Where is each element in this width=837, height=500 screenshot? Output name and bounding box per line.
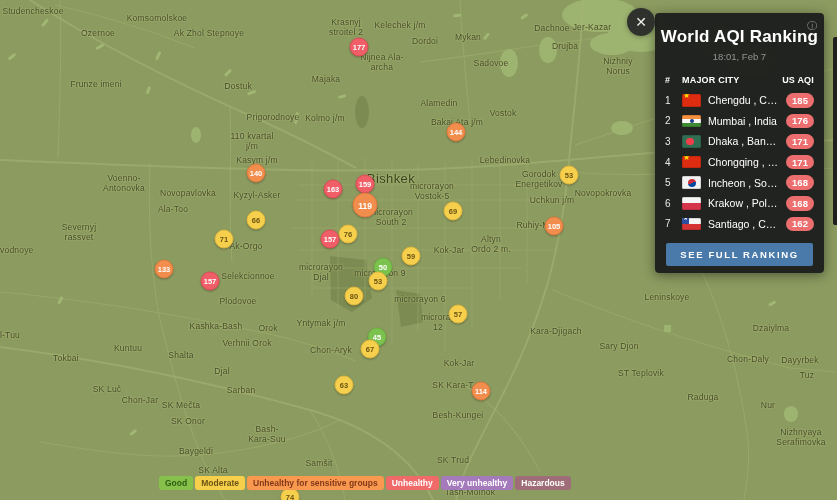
map-place-label: Voenno- Antonovka — [103, 173, 145, 193]
aqi-marker[interactable]: 71 — [215, 230, 234, 249]
map-place-label: Selekcionnoe — [221, 271, 274, 281]
ranking-row-city: Santiago , Chile — [708, 218, 786, 230]
map-place-label: Novopavlovka — [160, 188, 216, 198]
ranking-row-city: Mumbai , India — [708, 115, 786, 127]
map-canvas[interactable]: GoodModerateUnhealthy for sensitive grou… — [0, 0, 837, 500]
ranking-row[interactable]: 1Chengdu , China185 — [655, 90, 824, 111]
map-place-label: 110 kvartal j/m — [230, 131, 273, 151]
ranking-row[interactable]: 3Dhaka , Bangladesh171 — [655, 131, 824, 152]
ranking-row-city: Krakow , Poland — [708, 197, 786, 209]
column-aqi: US AQI — [782, 75, 814, 85]
ranking-row[interactable]: 4Chongqing , China171 — [655, 152, 824, 173]
aqi-marker[interactable]: 144 — [447, 123, 466, 142]
column-city: MAJOR CITY — [682, 75, 782, 85]
map-place-label: Chon-Aryk — [310, 345, 352, 355]
map-place-label: Dzaiylma — [753, 323, 790, 333]
aqi-marker[interactable]: 159 — [356, 175, 375, 194]
aqi-marker[interactable]: 59 — [402, 247, 421, 266]
aqi-badge: 162 — [786, 217, 814, 232]
map-place-label: Mykan — [455, 32, 481, 42]
map-place-label: Ala-Too — [158, 204, 188, 214]
map-place-label: Djal — [214, 366, 229, 376]
map-place-label: Ozernoe — [81, 28, 115, 38]
map-place-label: microrayon Djal — [299, 262, 343, 282]
ranking-row-city: Chongqing , China — [708, 156, 786, 168]
map-place-label: Tokbai — [53, 353, 79, 363]
map-place-label: Nizhniy Norus — [603, 56, 632, 76]
ranking-row[interactable]: 2Mumbai , India176 — [655, 111, 824, 132]
map-place-label: Sary Djon — [599, 341, 638, 351]
world-aqi-ranking-panel: ⓘ World AQI Ranking 18:01, Feb 7 # MAJOR… — [655, 13, 824, 273]
map-place-label: Vostok — [490, 108, 517, 118]
map-place-label: Nijnea Ala- archa — [360, 52, 403, 72]
map-place-label: Besh-Kungei — [433, 410, 484, 420]
info-icon[interactable]: ⓘ — [807, 19, 817, 33]
map-place-label: Nur — [761, 400, 775, 410]
aqi-marker[interactable]: 157 — [321, 230, 340, 249]
map-place-label: Dordoi — [412, 36, 438, 46]
ranking-row-city: Chengdu , China — [708, 94, 786, 106]
aqi-marker[interactable]: 57 — [449, 305, 468, 324]
aqi-marker[interactable]: 157 — [201, 272, 220, 291]
map-place-label: Frunze imeni — [70, 79, 122, 89]
close-icon[interactable]: ✕ — [627, 8, 655, 36]
edge-panel-sliver[interactable] — [833, 37, 837, 225]
map-place-label: Jer-Kazar — [573, 22, 612, 32]
legend-item-unhealthy: Unhealthy — [386, 476, 439, 490]
map-place-label: Raduga — [688, 392, 719, 402]
ranking-row[interactable]: 6Krakow , Poland168 — [655, 193, 824, 214]
aqi-marker[interactable]: 177 — [350, 38, 369, 57]
map-place-label: Chon-Jar — [122, 395, 159, 405]
ranking-row[interactable]: 5Incheon , South K...168 — [655, 172, 824, 193]
flag-icon — [682, 218, 701, 231]
legend-item-hazardous: Hazardous — [515, 476, 570, 490]
aqi-marker[interactable]: 80 — [345, 287, 364, 306]
ranking-row-rank: 6 — [665, 198, 682, 209]
map-place-label: Kok-Jar — [444, 358, 475, 368]
ranking-row[interactable]: 7Santiago , Chile162 — [655, 214, 824, 235]
aqi-marker[interactable]: 133 — [155, 260, 174, 279]
map-place-label: Studencheskoe — [2, 6, 63, 16]
map-place-label: Kashka-Bash — [190, 321, 243, 331]
panel-title: World AQI Ranking — [655, 27, 824, 47]
map-place-label: Kyzyl-Asker — [233, 190, 280, 200]
aqi-marker[interactable]: 105 — [545, 217, 564, 236]
aqi-badge: 171 — [786, 155, 814, 170]
map-place-label: Dostuk — [224, 81, 252, 91]
map-place-label: Sadovoe — [474, 58, 509, 68]
aqi-marker[interactable]: 163 — [324, 180, 343, 199]
flag-icon — [682, 94, 701, 107]
aqi-marker[interactable]: 53 — [560, 166, 579, 185]
flag-icon — [682, 135, 701, 148]
aqi-marker[interactable]: 76 — [339, 225, 358, 244]
map-place-label: ST Teplovik — [618, 368, 664, 378]
aqi-marker[interactable]: 69 — [444, 202, 463, 221]
legend-item-very-unhealthy: Very unhealthy — [441, 476, 513, 490]
aqi-marker[interactable]: 66 — [247, 211, 266, 230]
map-place-label: Shalta — [168, 350, 193, 360]
aqi-marker[interactable]: 119 — [353, 193, 378, 218]
aqi-marker[interactable]: 114 — [472, 382, 491, 401]
map-place-label: Kolmo j/m — [305, 113, 345, 123]
map-place-label: Gorodok Energetikov — [515, 169, 562, 189]
legend-item-moderate: Moderate — [195, 476, 245, 490]
map-place-label: Tuz — [800, 370, 814, 380]
map-place-label: Drujba — [552, 41, 578, 51]
map-place-label: SK Luč — [93, 384, 122, 394]
ranking-row-rank: 3 — [665, 136, 682, 147]
map-place-label: Samšit — [305, 458, 332, 468]
aqi-marker[interactable]: 53 — [369, 272, 388, 291]
map-place-label: Kuntuu — [114, 343, 142, 353]
map-place-label: Novopokrovka — [575, 188, 632, 198]
aqi-badge: 168 — [786, 196, 814, 211]
map-place-label: Nizhnyaya Serafimovka — [776, 427, 825, 447]
map-place-label: microrayon Vostok-5 — [410, 181, 454, 201]
map-place-label: SK Onor — [171, 416, 205, 426]
map-place-label: Kara-Djigach — [530, 326, 582, 336]
map-place-label: Dayyrbek — [781, 355, 819, 365]
see-full-ranking-button[interactable]: SEE FULL RANKING — [666, 243, 813, 266]
aqi-marker[interactable]: 67 — [361, 340, 380, 359]
aqi-marker[interactable]: 140 — [247, 164, 266, 183]
legend-item-good: Good — [159, 476, 193, 490]
aqi-marker[interactable]: 63 — [335, 376, 354, 395]
